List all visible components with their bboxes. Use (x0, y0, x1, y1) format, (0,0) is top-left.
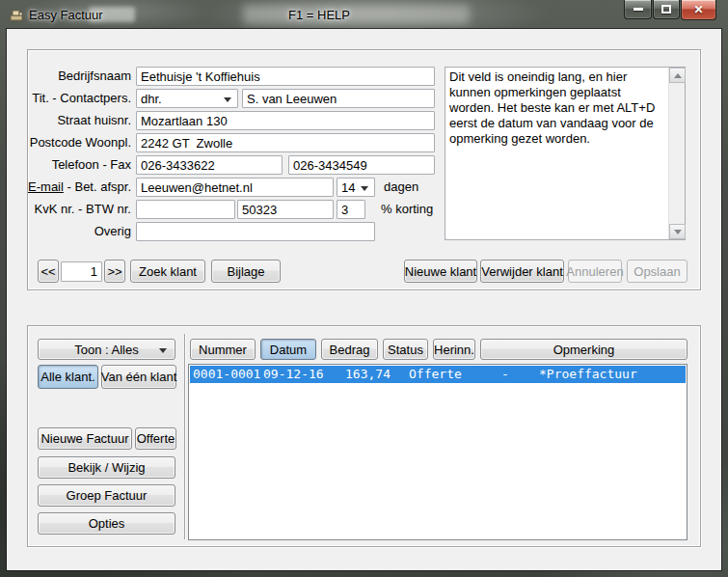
zoek-klant-button[interactable]: Zoek klant (130, 260, 205, 283)
overig-input[interactable] (136, 222, 375, 241)
scroll-up-button[interactable] (669, 68, 686, 83)
email-input[interactable] (136, 178, 334, 197)
app-window: Easy Factuur F1 = HELP ✕ Bedrijfsnaam Ti… (0, 0, 728, 577)
annuleren-button: Annuleren (568, 260, 622, 283)
email-link-label[interactable]: E-mail (28, 179, 64, 194)
telefoon-label: Telefoon - Fax (28, 155, 131, 175)
opmerkingen-textarea[interactable]: Dit veld is oneindig lang, en hier kunne… (445, 67, 686, 240)
straat-label: Straat huisnr. (28, 111, 131, 130)
korting-input[interactable] (337, 200, 365, 219)
alle-klant-button[interactable]: Alle klant. (38, 365, 98, 389)
scroll-down-button[interactable] (669, 224, 686, 239)
bedrijfsnaam-label: Bedrijfsnaam (28, 67, 131, 86)
contactpersoon-input[interactable] (242, 89, 435, 108)
column-header-status[interactable]: Status (383, 339, 428, 360)
column-header-herinn[interactable]: Herinn. (433, 339, 475, 360)
van-een-klant-button[interactable]: Van één klant (101, 365, 176, 389)
bekijk-wijzig-button[interactable]: Bekijk / Wijzig (38, 456, 175, 479)
dropdown-arrow-icon (159, 348, 167, 353)
dropdown-arrow-icon (361, 186, 368, 191)
telefoon-input[interactable] (136, 155, 283, 175)
kvk-btw-label: KvK nr. - BTW nr. (28, 200, 131, 219)
nieuwe-factuur-button[interactable]: Nieuwe Factuur (38, 427, 132, 450)
opslaan-button: Opslaan (627, 260, 688, 283)
title-bar[interactable]: Easy Factuur F1 = HELP ✕ (0, 0, 728, 29)
dagen-label: dagen (384, 178, 418, 197)
column-header-datum[interactable]: Datum (260, 339, 316, 360)
scroll-up-icon (674, 73, 682, 78)
close-button[interactable]: ✕ (681, 0, 716, 20)
dropdown-arrow-icon (224, 97, 231, 102)
toon-filter-value: Toon : Alles (74, 343, 139, 357)
fax-input[interactable] (288, 155, 435, 175)
opmerkingen-text: Dit veld is oneindig lang, en hier kunne… (449, 69, 663, 237)
groep-factuur-button[interactable]: Groep Factuur (38, 484, 175, 507)
minimize-icon (634, 8, 643, 11)
invoice-status: Offerte (409, 366, 462, 383)
invoice-herinn: - (501, 366, 509, 383)
window-title: Easy Factuur (29, 0, 103, 29)
panel-divider (184, 334, 185, 539)
scroll-down-icon (674, 230, 682, 234)
invoice-row-selected[interactable]: 0001-0001 09-12-16 163,74 Offerte - *Pro… (190, 366, 686, 383)
minimize-button[interactable] (624, 0, 652, 19)
next-record-button[interactable]: >> (104, 260, 125, 283)
column-header-nummer[interactable]: Nummer (190, 339, 256, 360)
btw-input[interactable] (237, 200, 334, 219)
close-icon: ✕ (693, 4, 703, 15)
straat-input[interactable] (136, 111, 435, 130)
bijlage-button[interactable]: Bijlage (211, 260, 281, 283)
memo-scrollbar[interactable] (668, 68, 685, 239)
invoice-nummer: 0001-0001 (193, 366, 260, 383)
invoice-listbox[interactable]: 0001-0001 09-12-16 163,74 Offerte - *Pro… (188, 364, 688, 540)
client-area: Bedrijfsnaam Tit. - Contactpers. dhr. St… (7, 29, 721, 570)
invoices-panel: Toon : Alles Alle klant. Van één klant N… (27, 325, 701, 547)
bedrijfsnaam-input[interactable] (136, 67, 435, 86)
korting-label: % korting (381, 200, 433, 219)
email-label: E-mail - Bet. afspr. (28, 178, 131, 197)
column-header-bedrag[interactable]: Bedrag (321, 339, 378, 360)
offerte-button[interactable]: Offerte (135, 427, 176, 450)
betaaltermijn-combobox[interactable]: 14 (337, 178, 375, 197)
prev-record-button[interactable]: << (38, 260, 59, 283)
overig-label: Overig (28, 222, 131, 241)
record-number-field[interactable] (61, 261, 102, 282)
postcode-label: Postcode Woonpl. (28, 133, 131, 152)
titlebar-help-text: F1 = HELP (241, 0, 397, 29)
invoice-opmerking: *Proeffactuur (539, 366, 637, 383)
opties-button[interactable]: Opties (38, 512, 175, 535)
maximize-button[interactable] (653, 0, 680, 19)
postcode-input[interactable] (136, 133, 435, 152)
customer-panel: Bedrijfsnaam Tit. - Contactpers. dhr. St… (27, 49, 701, 290)
maximize-icon (661, 5, 671, 14)
nieuwe-klant-button[interactable]: Nieuwe klant (404, 260, 477, 283)
verwijder-klant-button[interactable]: Verwijder klant (480, 260, 564, 283)
email-label-rest: - Bet. afspr. (64, 179, 131, 194)
app-icon[interactable] (9, 7, 24, 22)
contact-label: Tit. - Contactpers. (28, 89, 131, 108)
betaaltermijn-value: 14 (341, 180, 355, 195)
toon-filter-combobox[interactable]: Toon : Alles (38, 339, 175, 360)
titel-combobox[interactable]: dhr. (136, 89, 238, 108)
titel-value: dhr. (141, 92, 162, 106)
column-header-opmerking[interactable]: Opmerking (480, 339, 688, 360)
invoice-bedrag: 163,74 (313, 366, 391, 383)
kvk-input[interactable] (136, 200, 235, 219)
